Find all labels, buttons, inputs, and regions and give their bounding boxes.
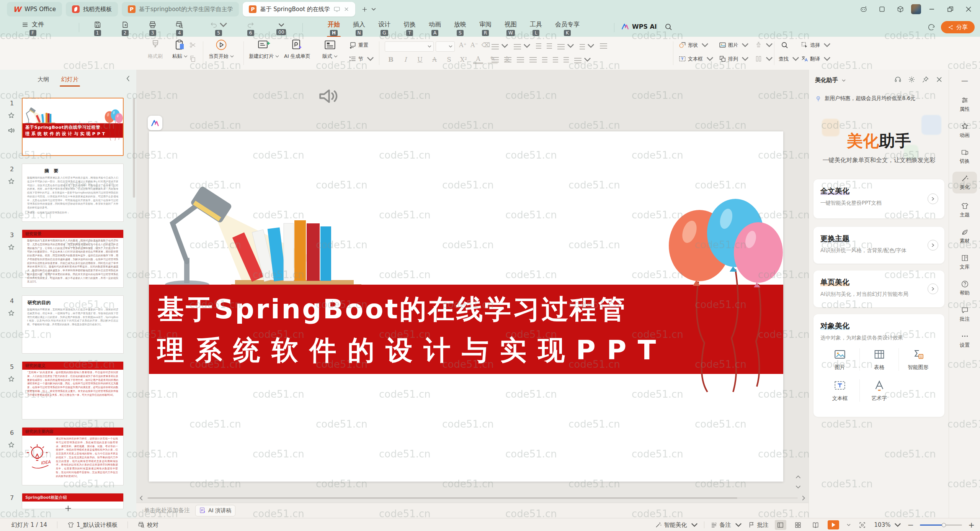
decrease-font-button[interactable]: A⁻: [469, 41, 479, 49]
notes-toggle-button[interactable]: 备注: [710, 521, 742, 529]
share-button[interactable]: 分享: [941, 21, 975, 33]
support-headset-icon[interactable]: [894, 76, 902, 83]
slide-thumbnail-3[interactable]: 研究背景 随着科技的飞速发展与我国对技术人才的重视，我国经济快速地跟着数字化经济…: [22, 229, 124, 288]
rail-comments[interactable]: 批注: [952, 303, 977, 325]
sync-status-icon[interactable]: [927, 23, 936, 31]
fit-to-window-button[interactable]: [857, 520, 868, 530]
sidebar-scrollbar[interactable]: [133, 98, 135, 198]
user-avatar[interactable]: [911, 4, 921, 14]
ribbon-tab-view[interactable]: 视图W: [501, 20, 521, 36]
panel-title-menu[interactable]: 美化助手: [815, 77, 846, 84]
distribute-button[interactable]: [542, 57, 547, 62]
tab-document-1[interactable]: P 基于springboot的大学生国学自主学: [122, 2, 239, 16]
ribbon-tab-member[interactable]: 会员专享K: [551, 20, 583, 36]
numbering-button[interactable]: [514, 42, 531, 49]
play-options-chevron-icon[interactable]: [847, 524, 851, 526]
notes-bar[interactable]: 单击此处添加备注 AI 演讲稿: [136, 503, 808, 518]
card-arrow-button[interactable]: [928, 284, 938, 294]
rail-assets[interactable]: 素材: [952, 225, 977, 247]
object-textbox[interactable]: 文本框: [820, 379, 859, 402]
font-color-button[interactable]: A: [473, 55, 483, 64]
slide-audio-icon[interactable]: [7, 126, 15, 134]
proofing-button[interactable]: 校对: [138, 521, 158, 529]
justify-button[interactable]: [529, 57, 537, 62]
columns-button[interactable]: [755, 55, 773, 62]
paragraph-down-button[interactable]: [564, 57, 569, 62]
rail-theme[interactable]: 主题: [952, 199, 977, 221]
card-object-beautify[interactable]: 对象美化 选中对象，为对象提供各类设计效果 图片 表格 智能图形 文本框 艺术字: [813, 314, 944, 417]
close-panel-icon[interactable]: [936, 76, 943, 83]
strikethrough-button[interactable]: A: [430, 56, 439, 63]
view-normal-button[interactable]: [775, 520, 786, 530]
tab-slides[interactable]: 幻灯片: [61, 76, 78, 83]
close-window-button[interactable]: [961, 3, 976, 16]
ribbon-tab-design[interactable]: 设计G: [374, 20, 394, 36]
card-arrow-button[interactable]: [928, 193, 938, 204]
object-picture[interactable]: 图片: [820, 348, 859, 371]
tab-outline[interactable]: 大纲: [38, 76, 49, 83]
textbox-button[interactable]: 文本框: [679, 55, 714, 62]
slideshow-play-button[interactable]: [828, 520, 839, 529]
print-button[interactable]: 3: [149, 21, 157, 36]
ai-speech-button[interactable]: AI 演讲稿: [195, 505, 235, 516]
favorite-star-icon[interactable]: [8, 178, 15, 185]
align-left-button[interactable]: [492, 57, 499, 62]
slide-thumbnail-1[interactable]: 基于SpringBoot的在线学习过程管 理系统软件的设计与实现PPT: [22, 98, 124, 156]
tab-docer-templates[interactable]: 找稻壳模板: [66, 2, 118, 16]
favorite-star-icon[interactable]: [8, 112, 15, 119]
ribbon-tab-insert[interactable]: 插入N: [349, 20, 369, 36]
underline-button[interactable]: U: [415, 56, 425, 63]
zoom-level[interactable]: 103%: [874, 521, 902, 528]
picture-button[interactable]: 图片: [719, 41, 749, 49]
superscript-button[interactable]: X²: [459, 56, 469, 63]
character-spacing-button[interactable]: [557, 42, 574, 49]
increase-font-button[interactable]: A⁺: [458, 41, 468, 49]
file-menu[interactable]: 文件 F: [21, 21, 44, 36]
workspace-cube-icon[interactable]: [893, 3, 908, 16]
arrange-button[interactable]: 排列: [719, 55, 749, 62]
slide-thumbnail-6[interactable]: 研究的主要内容 通过对知识内容的学习研究，进而设计并实现一个在线学习过程管理系统…: [22, 427, 124, 485]
object-smartart[interactable]: 智能图形: [898, 348, 938, 371]
present-monitor-icon[interactable]: [333, 6, 340, 13]
fill-button[interactable]: [755, 41, 773, 49]
stack-window-icon[interactable]: [874, 3, 890, 16]
slide-thumbnail-2[interactable]: 摘 要 随着网络科技的不断发展以及人们经济水平的逐步提高，网络技术如今已成为人们…: [22, 164, 124, 222]
find-button[interactable]: 查找: [779, 55, 799, 62]
slide-editing-area[interactable]: 基于SpringBoot的在线学习过程管 理系统软件的设计与实现PPT: [149, 131, 783, 482]
redo-button[interactable]: 6: [247, 21, 255, 36]
card-change-theme[interactable]: 更换主题 AI识别并统一风格，含背景/配色/字体: [813, 227, 944, 264]
tab-list-chevron-icon[interactable]: [371, 8, 376, 11]
member-promo-banner[interactable]: 新用户特惠，超级会员月均价低至8.6元: [815, 95, 915, 102]
slide-title-textbox[interactable]: 基于SpringBoot的在线学习过程管 理系统软件的设计与实现PPT: [149, 285, 792, 374]
ribbon-tab-transition[interactable]: 切换T: [400, 20, 420, 36]
align-right-button[interactable]: [517, 57, 524, 62]
ribbon-tab-animation[interactable]: 动画A: [425, 20, 445, 36]
shapes-button[interactable]: 形状: [679, 41, 709, 49]
cut-button[interactable]: [189, 41, 196, 49]
font-size-select[interactable]: [436, 41, 455, 52]
view-reading-button[interactable]: [810, 520, 822, 530]
decrease-indent-button[interactable]: [536, 43, 541, 49]
gear-icon[interactable]: [908, 76, 915, 83]
rail-transition[interactable]: 切换: [952, 146, 977, 167]
tab-document-2-active[interactable]: P 基于 SpringBoot 的在线学: [243, 2, 355, 16]
smart-beautify-button[interactable]: 智能美化: [655, 521, 698, 529]
increase-indent-button[interactable]: [547, 43, 552, 49]
minimize-button[interactable]: [924, 3, 939, 16]
paste-button[interactable]: 粘贴: [172, 39, 188, 60]
rail-library[interactable]: 文库: [952, 251, 977, 273]
new-slide-button[interactable]: 新建幻灯片: [249, 39, 279, 60]
export-button[interactable]: 2: [121, 21, 129, 36]
rail-help[interactable]: 帮助: [952, 277, 977, 299]
add-slide-button[interactable]: [60, 502, 76, 515]
ribbon-tab-home[interactable]: 开始H: [324, 20, 344, 36]
bold-button[interactable]: B: [386, 56, 396, 63]
card-full-doc-beautify[interactable]: 全文美化 一键智能美化整份PPT文档: [813, 179, 944, 218]
wps-ai-floating-button[interactable]: [148, 116, 162, 130]
zoom-in-button[interactable]: +: [968, 521, 975, 529]
copy-button[interactable]: [189, 55, 196, 62]
slide-thumbnail-5[interactable]: 研究的意义 “互联网+”的高速发展，使得我国的国际影响力显著增强，不仅使得经济得…: [22, 361, 124, 420]
close-tab-icon[interactable]: [344, 7, 349, 12]
search-toolbar-icon[interactable]: [781, 41, 788, 49]
scroll-down-icon[interactable]: [795, 484, 801, 490]
